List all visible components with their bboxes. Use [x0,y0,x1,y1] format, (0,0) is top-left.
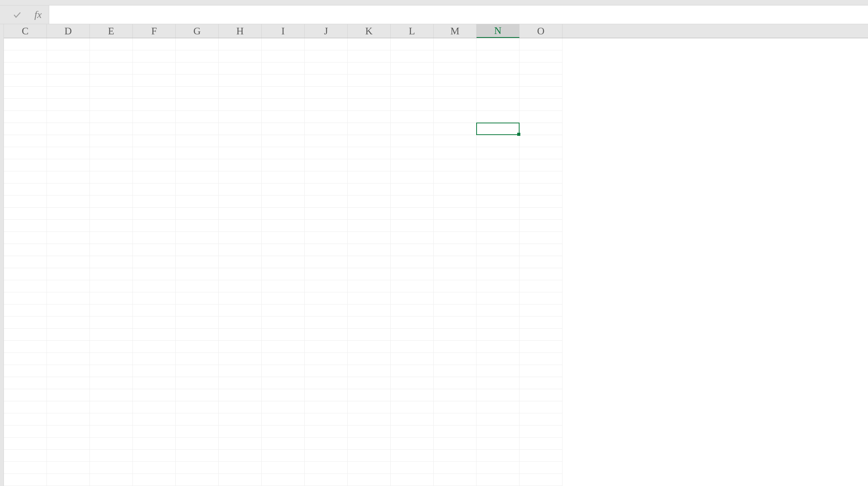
cell[interactable] [90,462,133,474]
cell[interactable] [133,38,176,50]
cell[interactable] [477,474,520,486]
cell[interactable] [477,244,520,256]
cell[interactable] [219,280,262,292]
cell[interactable] [90,256,133,268]
cell[interactable] [90,365,133,377]
cell[interactable] [262,50,305,62]
cell[interactable] [305,62,348,75]
cells-grid[interactable] [4,38,868,486]
cell[interactable] [391,365,434,377]
cell[interactable] [4,413,47,425]
cell[interactable] [348,159,391,171]
cell[interactable] [262,171,305,183]
cell[interactable] [47,353,90,365]
cell[interactable] [520,268,563,280]
cell[interactable] [176,292,219,304]
cell[interactable] [90,208,133,220]
cell[interactable] [434,268,477,280]
cell[interactable] [219,353,262,365]
cell[interactable] [176,377,219,389]
cell[interactable] [477,377,520,389]
cell[interactable] [391,450,434,462]
cell[interactable] [4,159,47,171]
cell[interactable] [477,87,520,99]
cell[interactable] [305,147,348,159]
cell[interactable] [477,280,520,292]
cell[interactable] [434,304,477,317]
cell[interactable] [434,280,477,292]
cell[interactable] [262,292,305,304]
cell[interactable] [348,341,391,353]
cell[interactable] [434,365,477,377]
cell[interactable] [477,123,520,135]
cell[interactable] [176,425,219,438]
cell[interactable] [348,365,391,377]
cell[interactable] [219,401,262,413]
cell[interactable] [219,256,262,268]
cell[interactable] [90,377,133,389]
cell[interactable] [391,280,434,292]
cell[interactable] [434,171,477,183]
cell[interactable] [176,123,219,135]
cell[interactable] [90,135,133,147]
cell[interactable] [348,171,391,183]
cell[interactable] [219,389,262,401]
cell[interactable] [434,123,477,135]
cell[interactable] [4,99,47,111]
cell[interactable] [90,280,133,292]
cell[interactable] [219,220,262,232]
cell[interactable] [262,147,305,159]
cell[interactable] [4,50,47,62]
cell[interactable] [434,389,477,401]
cell[interactable] [434,474,477,486]
cell[interactable] [219,87,262,99]
cell[interactable] [348,280,391,292]
cell[interactable] [176,208,219,220]
cell[interactable] [133,232,176,244]
cell[interactable] [520,220,563,232]
cell[interactable] [348,353,391,365]
cell[interactable] [47,196,90,208]
cell[interactable] [90,87,133,99]
cell[interactable] [4,244,47,256]
cell[interactable] [47,292,90,304]
cell[interactable] [4,232,47,244]
cell[interactable] [434,99,477,111]
cell[interactable] [391,474,434,486]
cell[interactable] [434,329,477,341]
cell[interactable] [520,365,563,377]
cell[interactable] [391,62,434,75]
cell[interactable] [47,244,90,256]
cell[interactable] [348,317,391,329]
cell[interactable] [391,196,434,208]
cell[interactable] [434,147,477,159]
cell[interactable] [176,50,219,62]
cell[interactable] [4,292,47,304]
cell[interactable] [262,135,305,147]
cell[interactable] [391,123,434,135]
cell[interactable] [90,353,133,365]
cell[interactable] [47,365,90,377]
cell[interactable] [4,220,47,232]
cell[interactable] [262,244,305,256]
column-header-k[interactable]: K [348,24,391,38]
cell[interactable] [47,50,90,62]
cell[interactable] [133,280,176,292]
column-header-i[interactable]: I [262,24,305,38]
cell[interactable] [305,341,348,353]
cell[interactable] [477,329,520,341]
cell[interactable] [477,425,520,438]
cell[interactable] [176,38,219,50]
cell[interactable] [348,425,391,438]
cell[interactable] [4,450,47,462]
cell[interactable] [4,401,47,413]
cell[interactable] [133,268,176,280]
cell[interactable] [262,38,305,50]
cell[interactable] [434,135,477,147]
cell[interactable] [305,244,348,256]
cell[interactable] [176,135,219,147]
cell[interactable] [219,38,262,50]
cell[interactable] [219,341,262,353]
cell[interactable] [520,413,563,425]
cell[interactable] [348,232,391,244]
